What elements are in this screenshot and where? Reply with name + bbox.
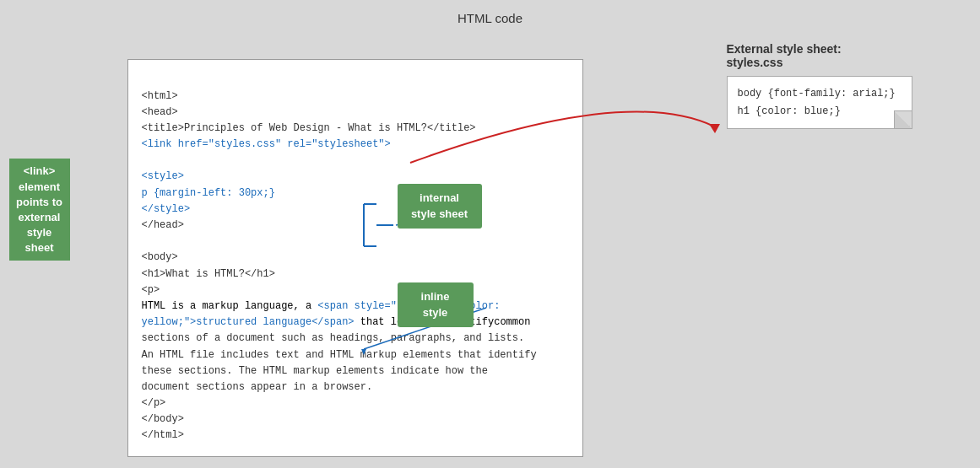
internal-style-label: internal style sheet: [398, 184, 482, 228]
html-code-box: <html> <head> <title>Principles of Web D…: [127, 59, 583, 456]
page-title: HTML code: [458, 11, 522, 25]
external-css-box: body {font-family: arial;} h1 {color: bl…: [727, 76, 912, 129]
style-close: </style>: [142, 202, 569, 218]
html-body-text-1: HTML is a markup language, a <span style…: [142, 299, 569, 315]
external-stylesheet-title: External style sheet: styles.css: [727, 42, 912, 69]
inline-style-label: inline style: [398, 282, 474, 326]
style-open: <style>: [142, 169, 569, 185]
svg-marker-7: [709, 124, 720, 133]
css-line-2: h1 {color: blue;}: [738, 103, 901, 120]
css-line-1: body {font-family: arial;}: [738, 85, 901, 102]
style-content: p {margin-left: 30px;}: [142, 186, 569, 202]
html-body-text-2: yellow;">structured language</span> that…: [142, 315, 569, 331]
external-stylesheet-area: External style sheet: styles.css body {f…: [727, 42, 912, 129]
link-label: <link> element points to external style …: [9, 159, 70, 261]
link-line: <link href="styles.css" rel="stylesheet"…: [142, 137, 569, 153]
